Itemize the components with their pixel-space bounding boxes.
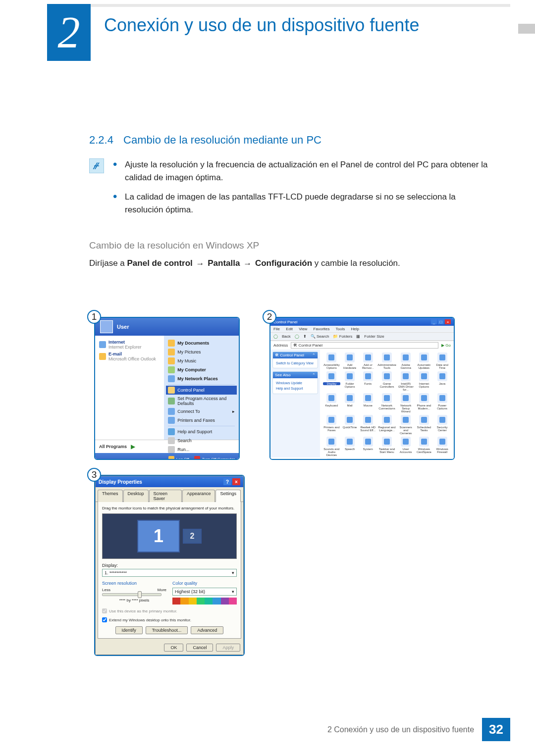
- startmenu-item[interactable]: Connect To▸: [168, 407, 235, 416]
- display-select[interactable]: 1. **********▾: [102, 569, 237, 577]
- cpanel-icon[interactable]: Regional and Language...: [377, 415, 396, 435]
- cancel-button[interactable]: Cancel: [186, 644, 213, 652]
- startmenu-internet[interactable]: InternetInternet Explorer: [99, 339, 160, 351]
- tab-desktop[interactable]: Desktop: [123, 490, 149, 502]
- ok-button[interactable]: OK: [164, 644, 183, 652]
- applet-icon: [437, 353, 447, 362]
- slider-thumb[interactable]: [138, 591, 142, 598]
- cpanel-icon[interactable]: Network Connections: [377, 393, 396, 413]
- menu-favorites[interactable]: Favorites: [314, 327, 330, 331]
- troubleshoot-button[interactable]: Troubleshoot...: [146, 626, 188, 634]
- cpanel-icon[interactable]: System: [359, 437, 376, 456]
- turnoff-button[interactable]: Turn Off Computer: [194, 456, 235, 460]
- tab-appearance[interactable]: Appearance: [182, 490, 215, 502]
- cpanel-icon[interactable]: Accessibility Options: [323, 353, 340, 369]
- menu-help[interactable]: Help: [351, 327, 359, 331]
- cpanel-icon[interactable]: Display: [323, 371, 340, 391]
- close-button[interactable]: ×: [232, 478, 240, 485]
- color-quality-select[interactable]: Highest (32 bit)▾: [172, 588, 237, 596]
- cpanel-icon[interactable]: Phone and Modem...: [416, 393, 433, 413]
- tab-themes[interactable]: Themes: [98, 490, 123, 502]
- cpanel-icon[interactable]: Printers and Faxes: [323, 415, 340, 435]
- cpanel-icon[interactable]: Add or Remov...: [359, 353, 376, 369]
- cpanel-icon[interactable]: Taskbar and Start Menu: [377, 437, 396, 456]
- address-field[interactable]: 🛠 Control Panel: [291, 342, 438, 349]
- tab-screensaver[interactable]: Screen Saver: [149, 490, 182, 502]
- cpanel-icon[interactable]: Sounds and Audio Devices: [323, 437, 340, 456]
- folder-size-button[interactable]: Folder Size: [364, 334, 384, 339]
- apply-button[interactable]: Apply: [216, 644, 240, 652]
- cpanel-icon[interactable]: Windows Firewall: [433, 437, 451, 456]
- views-button[interactable]: ▦: [356, 334, 360, 339]
- cpanel-icon[interactable]: Date and Time: [433, 353, 451, 369]
- startmenu-item[interactable]: Run...: [168, 445, 235, 454]
- forward-button[interactable]: ◯: [295, 334, 299, 339]
- cpanel-icon[interactable]: Wireless Network Set...: [323, 458, 340, 460]
- startmenu-item[interactable]: Printers and Faxes: [168, 416, 235, 425]
- maximize-button[interactable]: □: [438, 319, 444, 324]
- side-link[interactable]: Help and Support: [276, 386, 315, 391]
- cpanel-icon[interactable]: Game Controllers: [377, 371, 396, 391]
- cpanel-icon[interactable]: Security Center: [433, 415, 451, 435]
- minimize-button[interactable]: _: [431, 319, 437, 324]
- search-button[interactable]: 🔍 Search: [311, 334, 329, 339]
- side-link[interactable]: Switch to Category View: [276, 361, 314, 365]
- menu-file[interactable]: File: [273, 327, 280, 331]
- cpanel-icon[interactable]: Scanners and Cameras: [397, 415, 415, 435]
- cpanel-icon[interactable]: Windows CardSpace: [416, 437, 433, 456]
- resolution-group-label: Screen resolution: [102, 581, 166, 586]
- startmenu-item[interactable]: Help and Support: [168, 427, 235, 436]
- collapse-icon[interactable]: ⌃: [312, 373, 316, 377]
- cpanel-icon[interactable]: Power Options: [433, 393, 451, 413]
- close-button[interactable]: ×: [445, 319, 451, 324]
- logoff-button[interactable]: Log Off: [168, 456, 189, 460]
- collapse-icon[interactable]: ⌃: [312, 353, 316, 357]
- cpanel-icon[interactable]: Fonts: [359, 371, 376, 391]
- startmenu-item[interactable]: My Pictures: [168, 348, 235, 356]
- monitor-2-icon[interactable]: 2: [183, 529, 202, 544]
- tab-settings[interactable]: Settings: [215, 490, 241, 502]
- cpanel-icon[interactable]: Java: [433, 371, 451, 391]
- help-button[interactable]: ?: [223, 478, 231, 485]
- resolution-slider[interactable]: [102, 593, 161, 596]
- monitor-arrange-area[interactable]: 1 2: [102, 513, 237, 559]
- monitor-1-icon[interactable]: 1: [137, 520, 180, 553]
- cpanel-icon[interactable]: Internet Options: [416, 371, 433, 391]
- identify-button[interactable]: Identify: [115, 626, 143, 634]
- cpanel-icon[interactable]: Add Hardware: [341, 353, 359, 369]
- startmenu-item[interactable]: My Computer: [168, 365, 235, 374]
- cpanel-icon[interactable]: User Accounts: [397, 437, 415, 456]
- startmenu-item[interactable]: My Network Places: [168, 374, 235, 383]
- cpanel-icon[interactable]: Folder Options: [341, 371, 359, 391]
- cpanel-icon[interactable]: Automatic Updates: [416, 353, 433, 369]
- startmenu-item[interactable]: Search: [168, 436, 235, 445]
- up-button[interactable]: ⬆: [303, 334, 307, 339]
- startmenu-item[interactable]: My Documents: [168, 339, 235, 348]
- cpanel-icon[interactable]: Mouse: [359, 393, 376, 413]
- slider-less-label: Less: [102, 588, 110, 592]
- extend-desktop-checkbox[interactable]: Extend my Windows desktop onto this moni…: [102, 617, 237, 622]
- menu-tools[interactable]: Tools: [336, 327, 345, 331]
- startmenu-item[interactable]: Set Program Access and Defaults: [168, 395, 235, 407]
- cpanel-icon[interactable]: Realtek HD Sound Eff...: [359, 415, 376, 435]
- menu-view[interactable]: View: [299, 327, 307, 331]
- cpanel-icon[interactable]: Adobe Gamma: [397, 353, 415, 369]
- startmenu-control-panel[interactable]: Control Panel: [166, 386, 237, 395]
- back-button[interactable]: ◯: [273, 334, 278, 339]
- cpanel-icon[interactable]: Mail: [341, 393, 359, 413]
- applet-icon: [345, 353, 355, 362]
- cpanel-icon[interactable]: Scheduled Tasks: [416, 415, 433, 435]
- cpanel-icon[interactable]: Keyboard: [323, 393, 340, 413]
- startmenu-email[interactable]: E-mailMicrosoft Office Outlook: [99, 351, 160, 362]
- advanced-button[interactable]: Advanced: [191, 626, 223, 634]
- cpanel-icon[interactable]: Speech: [341, 437, 359, 456]
- side-link[interactable]: Windows Update: [276, 380, 315, 386]
- cpanel-icon[interactable]: Intel(R) GMA Driver for...: [397, 371, 415, 391]
- menu-edit[interactable]: Edit: [286, 327, 293, 331]
- cpanel-icon[interactable]: Administrative Tools: [377, 353, 396, 369]
- cpanel-icon[interactable]: QuickTime: [341, 415, 359, 435]
- folders-button[interactable]: 📁 Folders: [333, 334, 352, 339]
- cpanel-icon[interactable]: Network Setup Wizard: [397, 393, 415, 413]
- startmenu-item[interactable]: My Music: [168, 356, 235, 365]
- go-button[interactable]: ▶ Go: [441, 343, 451, 348]
